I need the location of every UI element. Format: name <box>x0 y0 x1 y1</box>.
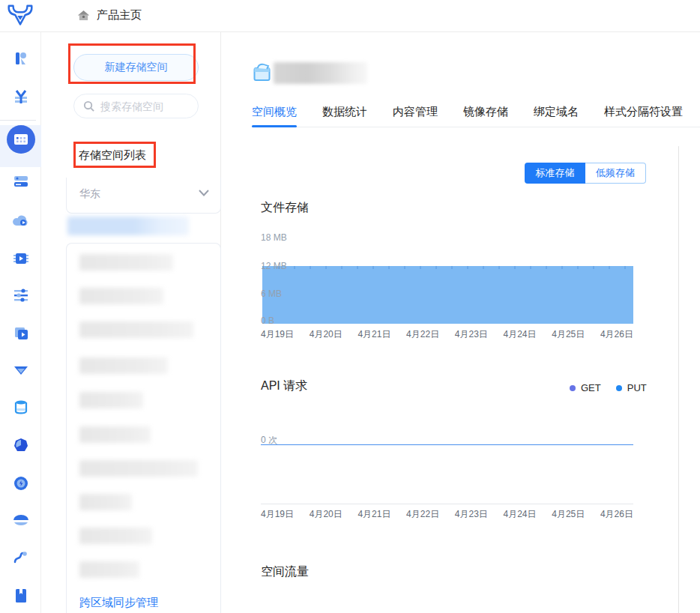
ytick-0-requests: 0 次 <box>261 434 277 447</box>
redacted-bucket-item[interactable] <box>79 392 143 408</box>
legend-put: PUT <box>616 382 647 393</box>
bucket-list-panel: 跨区域同步管理 <box>66 243 221 613</box>
x-tick: 4月24日 <box>504 508 537 521</box>
ytick-0b: 0 B <box>261 315 274 326</box>
bookmark-icon[interactable] <box>0 585 41 607</box>
topbar: 产品主页 <box>0 0 700 32</box>
redacted-bucket-item[interactable] <box>79 357 168 374</box>
infrequent-storage-button[interactable]: 低频存储 <box>585 163 646 184</box>
x-tick: 4月22日 <box>406 508 439 521</box>
redacted-bucket-item[interactable] <box>79 494 132 510</box>
x-tick: 4月26日 <box>600 508 633 521</box>
video-icon[interactable] <box>0 322 41 345</box>
product-home-label: 产品主页 <box>97 8 142 22</box>
redacted-bucket-item[interactable] <box>79 561 139 578</box>
bucket-sidebar: 新建存储空间 存储空间列表 华东 跨区域同步管理 <box>41 32 221 613</box>
x-tick: 4月26日 <box>600 328 633 341</box>
ytick-18mb: 18 MB <box>261 232 287 243</box>
ytick-6mb: 6 MB <box>261 289 282 299</box>
x-tick: 4月25日 <box>552 328 585 341</box>
create-bucket-button[interactable]: 新建存储空间 <box>73 54 199 81</box>
rail-divider <box>0 120 36 121</box>
api-requests-chart-title: API 请求 <box>261 378 307 394</box>
hosting-icon[interactable] <box>0 170 41 193</box>
ytick-12mb: 12 MB <box>261 261 287 271</box>
x-tick: 4月25日 <box>552 508 585 521</box>
active-tab-underline <box>252 125 297 127</box>
storage-class-toggle: 标准存储 低频存储 <box>525 163 646 184</box>
funnel-icon[interactable] <box>0 361 41 384</box>
bucket-list-title: 存储空间列表 <box>79 148 146 163</box>
workbench-icon[interactable] <box>0 47 41 70</box>
get-series-dot-icon <box>570 385 576 391</box>
legend-get: GET <box>570 382 601 393</box>
bucket-drum-icon[interactable] <box>0 396 41 418</box>
tab-bind-domain[interactable]: 绑定域名 <box>534 105 579 128</box>
redacted-bucket-item[interactable] <box>79 426 151 443</box>
x-tick: 4月22日 <box>406 328 439 341</box>
tab-data-statistics[interactable]: 数据统计 <box>322 105 367 128</box>
qiniu-logo-icon[interactable] <box>6 4 34 28</box>
redacted-bucket-item[interactable] <box>79 254 173 271</box>
billing-icon[interactable] <box>0 86 41 109</box>
bucket-archive-icon <box>253 62 271 82</box>
main-content: 空间概览 数据统计 内容管理 镜像存储 绑定域名 样式分隔符设置 标准存储 低频… <box>221 32 700 613</box>
legend-get-label: GET <box>581 382 601 393</box>
object-storage-icon[interactable] <box>0 128 41 151</box>
monitor-icon[interactable] <box>0 434 41 456</box>
file-storage-x-axis: 4月19日 4月20日 4月21日 4月22日 4月23日 4月24日 4月25… <box>261 328 633 341</box>
api-requests-x-axis-line <box>261 504 633 504</box>
tuning-icon[interactable] <box>0 284 41 306</box>
region-selected-value: 华东 <box>79 187 100 201</box>
x-tick: 4月21日 <box>357 328 390 341</box>
file-storage-area-series <box>262 266 633 324</box>
scrollbar-track[interactable] <box>678 146 679 613</box>
tabs-bottom-border <box>252 127 700 127</box>
tab-style-separator-setting[interactable]: 样式分隔符设置 <box>604 105 683 128</box>
x-tick: 4月19日 <box>261 508 294 521</box>
bucket-search-box[interactable] <box>73 94 199 118</box>
space-traffic-chart-title: 空间流量 <box>261 564 309 580</box>
tab-mirror-storage[interactable]: 镜像存储 <box>463 105 508 128</box>
file-storage-chart-title: 文件存储 <box>261 200 309 216</box>
cloud-icon[interactable] <box>0 210 41 232</box>
tab-content-management[interactable]: 内容管理 <box>393 105 438 128</box>
bucket-tabs: 空间概览 数据统计 内容管理 镜像存储 绑定域名 样式分隔符设置 <box>252 105 683 128</box>
search-icon <box>83 100 94 112</box>
x-tick: 4月23日 <box>455 328 488 341</box>
redacted-bucket-item[interactable] <box>79 460 198 477</box>
bucket-search-input[interactable] <box>100 100 183 112</box>
region-select-panel: 华东 <box>66 178 221 214</box>
redacted-bucket-item[interactable] <box>79 321 193 338</box>
api-legend: GET PUT <box>570 382 647 393</box>
chevron-down-icon[interactable] <box>199 190 209 196</box>
redacted-bucket-item[interactable] <box>79 528 152 544</box>
redacted-bucket-name <box>274 62 367 84</box>
api-requests-flat-line <box>261 444 633 445</box>
x-tick: 4月20日 <box>310 508 343 521</box>
media-chip-icon[interactable] <box>0 247 41 270</box>
cdn-icon[interactable] <box>0 510 41 532</box>
x-tick: 4月19日 <box>261 328 294 341</box>
boost-icon[interactable] <box>0 472 41 495</box>
standard-storage-button[interactable]: 标准存储 <box>525 163 585 184</box>
put-series-dot-icon <box>616 385 622 391</box>
home-icon <box>77 9 90 22</box>
x-tick: 4月20日 <box>310 328 343 341</box>
x-tick: 4月24日 <box>504 328 537 341</box>
product-home-button[interactable]: 产品主页 <box>77 8 142 22</box>
pipeline-icon[interactable] <box>0 547 41 570</box>
legend-put-label: PUT <box>627 382 647 393</box>
service-icon-rail <box>0 32 41 613</box>
redacted-bucket-item[interactable] <box>79 288 163 304</box>
x-tick: 4月23日 <box>455 508 488 521</box>
redacted-selected-bucket[interactable] <box>67 217 189 235</box>
x-tick: 4月21日 <box>357 508 390 521</box>
api-requests-x-axis: 4月19日 4月20日 4月21日 4月22日 4月23日 4月24日 4月25… <box>261 508 633 521</box>
cross-region-sync-link[interactable]: 跨区域同步管理 <box>79 596 158 610</box>
